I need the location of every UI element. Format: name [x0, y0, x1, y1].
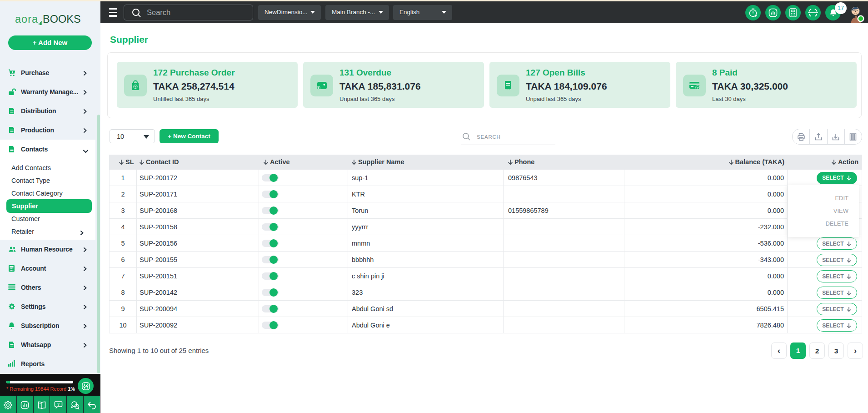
- svg-text:?: ?: [57, 402, 60, 407]
